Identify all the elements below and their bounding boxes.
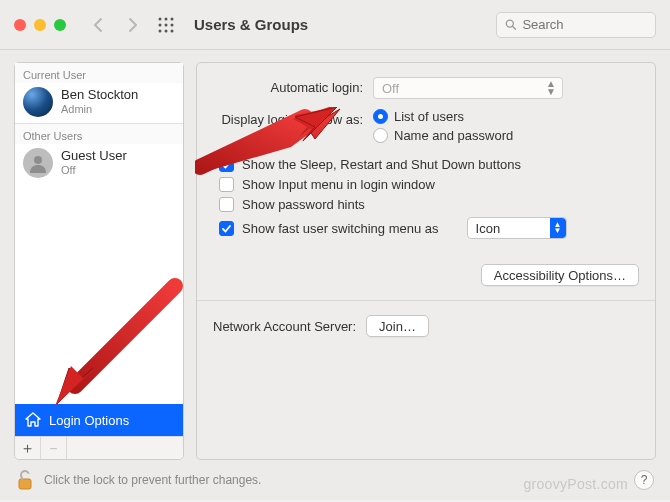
guest-user-status: Off: [61, 164, 127, 177]
login-options-button[interactable]: Login Options: [15, 404, 183, 436]
checkbox-sleep-restart-shutdown[interactable]: Show the Sleep, Restart and Shut Down bu…: [219, 157, 639, 172]
minimize-window-button[interactable]: [34, 19, 46, 31]
chk-sleep-label: Show the Sleep, Restart and Shut Down bu…: [242, 157, 521, 172]
checkbox-icon: [219, 221, 234, 236]
radio-namepw-label: Name and password: [394, 128, 513, 143]
guest-user-name: Guest User: [61, 149, 127, 164]
remove-user-button: －: [41, 437, 67, 459]
auto-login-value: Off: [382, 81, 399, 96]
chk-hints-label: Show password hints: [242, 197, 365, 212]
login-options-label: Login Options: [49, 413, 129, 428]
svg-point-3: [159, 23, 162, 26]
svg-point-1: [165, 17, 168, 20]
checkbox-icon: [219, 177, 234, 192]
svg-point-5: [171, 23, 174, 26]
chevron-updown-icon: ▲▼: [550, 218, 566, 238]
window-title: Users & Groups: [194, 16, 486, 33]
checkbox-input-menu[interactable]: Show Input menu in login window: [219, 177, 639, 192]
content-area: Current User Ben Stockton Admin Other Us…: [0, 50, 670, 460]
add-user-button[interactable]: ＋: [15, 437, 41, 459]
join-button[interactable]: Join…: [366, 315, 429, 337]
show-all-prefs-button[interactable]: [154, 13, 178, 37]
auto-login-select[interactable]: Off ▲▼: [373, 77, 563, 99]
fast-switch-select[interactable]: Icon ▲▼: [467, 217, 567, 239]
forward-button[interactable]: [120, 13, 144, 37]
help-button[interactable]: ?: [634, 470, 654, 490]
display-login-label: Display login window as:: [213, 109, 373, 127]
window-controls: [14, 19, 66, 31]
fast-switch-value: Icon: [476, 221, 501, 236]
svg-line-10: [512, 26, 515, 29]
lock-icon[interactable]: [16, 469, 34, 491]
settings-panel: Automatic login: Off ▲▼ Display login wi…: [196, 62, 656, 460]
checkbox-fast-user-switching[interactable]: Show fast user switching menu as Icon ▲▼: [219, 217, 639, 239]
avatar-current-user: [23, 87, 53, 117]
accessibility-label: Accessibility Options…: [494, 268, 626, 283]
svg-point-2: [171, 17, 174, 20]
current-user-name: Ben Stockton: [61, 88, 138, 103]
sidebar-footer: ＋ －: [15, 436, 183, 459]
checkbox-icon: [219, 157, 234, 172]
section-header-other: Other Users: [15, 124, 183, 144]
avatar-guest-user: [23, 148, 53, 178]
users-sidebar: Current User Ben Stockton Admin Other Us…: [14, 62, 184, 460]
svg-point-8: [171, 29, 174, 32]
svg-rect-12: [19, 479, 31, 489]
lock-text: Click the lock to prevent further change…: [44, 473, 261, 487]
chk-fastswitch-label: Show fast user switching menu as: [242, 221, 439, 236]
zoom-window-button[interactable]: [54, 19, 66, 31]
radio-name-password[interactable]: Name and password: [373, 128, 639, 143]
sidebar-user-current[interactable]: Ben Stockton Admin: [15, 83, 183, 123]
svg-point-0: [159, 17, 162, 20]
watermark: groovyPost.com: [523, 476, 628, 492]
checkbox-icon: [219, 197, 234, 212]
svg-point-11: [34, 156, 42, 164]
radio-icon: [373, 128, 388, 143]
sidebar-user-guest[interactable]: Guest User Off: [15, 144, 183, 184]
network-account-label: Network Account Server:: [213, 319, 356, 334]
join-label: Join…: [379, 319, 416, 334]
radio-list-of-users[interactable]: List of users: [373, 109, 639, 124]
svg-point-7: [165, 29, 168, 32]
svg-point-4: [165, 23, 168, 26]
titlebar: Users & Groups: [0, 0, 670, 50]
radio-icon: [373, 109, 388, 124]
accessibility-options-button[interactable]: Accessibility Options…: [481, 264, 639, 286]
checkbox-password-hints[interactable]: Show password hints: [219, 197, 639, 212]
section-header-current: Current User: [15, 63, 183, 83]
current-user-role: Admin: [61, 103, 138, 116]
house-icon: [25, 412, 41, 428]
back-button[interactable]: [86, 13, 110, 37]
search-field[interactable]: [496, 12, 656, 38]
search-icon: [505, 18, 516, 31]
radio-list-label: List of users: [394, 109, 464, 124]
svg-point-6: [159, 29, 162, 32]
close-window-button[interactable]: [14, 19, 26, 31]
search-input[interactable]: [522, 17, 647, 32]
chk-input-label: Show Input menu in login window: [242, 177, 435, 192]
divider: [197, 300, 655, 301]
auto-login-label: Automatic login:: [213, 77, 373, 95]
chevron-updown-icon: ▲▼: [546, 80, 556, 96]
